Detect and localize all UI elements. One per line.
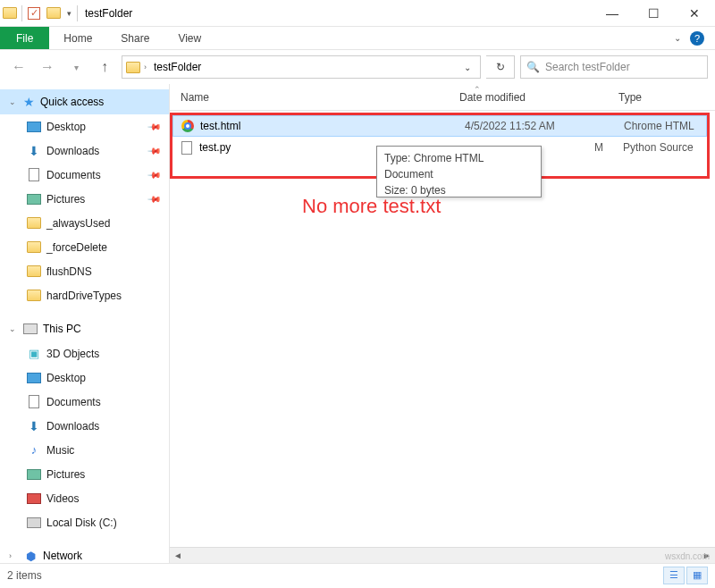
sidebar-item-downloads[interactable]: ⬇Downloads📌 — [0, 139, 169, 163]
nav-bar: ← → ▾ ↑ › testFolder ⌄ ↻ 🔍 Search testFo… — [0, 50, 715, 84]
column-date[interactable]: Date modified — [459, 91, 618, 104]
sidebar-item-downloads-pc[interactable]: ⬇Downloads — [0, 414, 169, 438]
app-icon — [0, 7, 20, 19]
horizontal-scrollbar[interactable]: ◄ ► — [170, 547, 715, 563]
file-type: Chrome HTML — [624, 120, 694, 132]
item-count: 2 items — [7, 569, 42, 582]
recent-dropdown[interactable]: ▾ — [64, 55, 88, 79]
file-name: test.html — [200, 120, 465, 132]
sidebar-item-documents[interactable]: Documents📌 — [0, 163, 169, 187]
watermark: wsxdn.com — [665, 551, 710, 561]
annotation-box: test.html 4/5/2022 11:52 AM Chrome HTML … — [170, 113, 710, 179]
chrome-icon — [181, 119, 195, 133]
file-list-pane: ⌃ Name Date modified Type test.html 4/5/… — [170, 84, 715, 563]
file-row[interactable]: test.html 4/5/2022 11:52 AM Chrome HTML — [172, 115, 707, 137]
pin-icon: 📌 — [147, 119, 162, 133]
this-pc-label: This PC — [43, 323, 81, 335]
back-button[interactable]: ← — [7, 55, 30, 79]
chevron-right-icon: › — [9, 551, 18, 560]
sidebar-item-music[interactable]: ♪Music — [0, 438, 169, 462]
sidebar-item-documents-pc[interactable]: Documents — [0, 390, 169, 414]
sidebar-item-localdisk[interactable]: Local Disk (C:) — [0, 510, 169, 534]
address-bar[interactable]: › testFolder ⌄ — [122, 55, 481, 79]
breadcrumb[interactable]: testFolder — [150, 61, 205, 73]
this-pc-header[interactable]: ⌄ This PC — [0, 316, 169, 341]
file-type: Python Source — [623, 141, 694, 154]
file-tooltip: Type: Chrome HTML Document Size: 0 bytes… — [376, 146, 542, 197]
navigation-pane: ⌄ ★ Quick access Desktop📌 ⬇Downloads📌 Do… — [0, 84, 170, 563]
file-date: 4/5/2022 11:52 AM — [465, 120, 624, 132]
sidebar-item-3dobjects[interactable]: ▣3D Objects — [0, 341, 169, 365]
qat-properties[interactable]: ✓ — [24, 7, 44, 20]
annotation-text: No more test.txt — [302, 195, 441, 218]
minimize-button[interactable]: — — [592, 0, 633, 27]
up-button[interactable]: ↑ — [93, 55, 116, 79]
chevron-down-icon: ⌄ — [9, 97, 18, 106]
details-view-button[interactable]: ☰ — [663, 567, 685, 584]
sidebar-item-flushdns[interactable]: flushDNS — [0, 259, 169, 283]
pin-icon: 📌 — [147, 143, 162, 157]
sidebar-item-pictures-pc[interactable]: Pictures — [0, 462, 169, 486]
python-file-icon — [180, 140, 194, 155]
pin-icon: 📌 — [147, 167, 162, 181]
chevron-right-icon[interactable]: › — [144, 63, 147, 71]
ribbon: File Home Share View ⌄ ? — [0, 27, 715, 50]
sidebar-item-desktop[interactable]: Desktop📌 — [0, 114, 169, 139]
close-button[interactable]: ✕ — [674, 0, 715, 27]
folder-icon — [126, 62, 140, 73]
column-headers: Name Date modified Type — [170, 84, 715, 111]
tooltip-type: Type: Chrome HTML Document — [384, 150, 534, 182]
sidebar-item-alwaysused[interactable]: _alwaysUsed — [0, 211, 169, 235]
sidebar-item-pictures[interactable]: Pictures📌 — [0, 187, 169, 211]
window-title: testFolder — [80, 7, 132, 20]
icons-view-button[interactable]: ▦ — [686, 567, 708, 584]
title-bar: ✓ ▾ testFolder — ☐ ✕ — [0, 0, 715, 27]
sidebar-item-forcedelete[interactable]: _forceDelete — [0, 235, 169, 259]
separator — [77, 5, 78, 21]
search-placeholder: Search testFolder — [545, 61, 630, 73]
quick-access-header[interactable]: ⌄ ★ Quick access — [0, 89, 169, 114]
column-type[interactable]: Type — [618, 91, 715, 104]
file-tab[interactable]: File — [0, 27, 49, 49]
search-icon: 🔍 — [526, 61, 540, 73]
maximize-button[interactable]: ☐ — [633, 0, 674, 27]
refresh-button[interactable]: ↻ — [486, 55, 515, 79]
sidebar-item-harddrivetypes[interactable]: hardDriveTypes — [0, 283, 169, 307]
column-name[interactable]: Name — [177, 91, 459, 104]
tab-share[interactable]: Share — [106, 27, 164, 49]
expand-ribbon-icon[interactable]: ⌄ — [674, 33, 681, 43]
network-header[interactable]: › ⬢ Network — [0, 543, 169, 563]
sidebar-item-videos[interactable]: Videos — [0, 486, 169, 510]
help-icon[interactable]: ? — [690, 31, 704, 46]
status-bar: 2 items ☰ ▦ — [0, 563, 715, 586]
qat-newfolder[interactable] — [44, 7, 63, 19]
network-label: Network — [43, 550, 82, 562]
chevron-down-icon: ⌄ — [9, 324, 18, 333]
star-icon: ★ — [23, 95, 35, 109]
tab-view[interactable]: View — [164, 27, 215, 49]
sort-indicator-icon: ⌃ — [474, 85, 481, 94]
search-box[interactable]: 🔍 Search testFolder — [520, 55, 708, 79]
pin-icon: 📌 — [147, 191, 162, 206]
address-dropdown[interactable]: ⌄ — [458, 63, 476, 72]
tab-home[interactable]: Home — [49, 27, 106, 49]
qat-dropdown[interactable]: ▾ — [63, 9, 75, 18]
quick-access-label: Quick access — [40, 96, 104, 108]
separator — [21, 5, 22, 21]
scroll-left-icon[interactable]: ◄ — [170, 550, 186, 560]
forward-button[interactable]: → — [36, 55, 59, 79]
sidebar-item-desktop-pc[interactable]: Desktop — [0, 365, 169, 390]
